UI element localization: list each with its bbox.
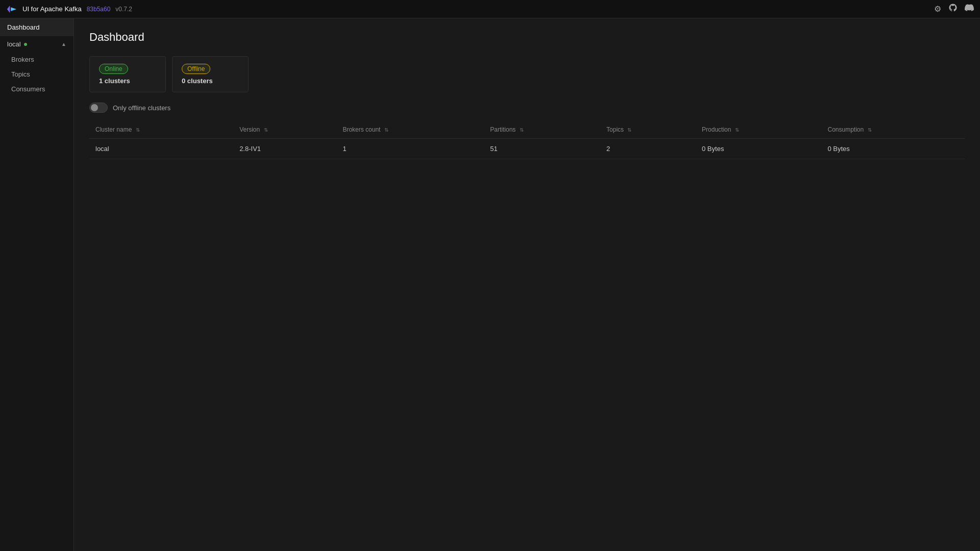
online-cluster-card: Online 1 clusters xyxy=(89,56,166,92)
sidebar-item-consumers[interactable]: Consumers xyxy=(0,82,74,96)
td-topics: 2 xyxy=(600,139,696,159)
chevron-up-icon: ▲ xyxy=(61,41,66,47)
table-body: local2.8-IV115120 Bytes0 Bytes xyxy=(89,139,965,159)
sort-partitions-icon: ⇅ xyxy=(520,127,524,133)
td-production: 0 Bytes xyxy=(696,139,821,159)
offline-cluster-count: 0 clusters xyxy=(182,77,239,85)
sidebar-cluster-header[interactable]: local ▲ xyxy=(0,36,74,52)
navbar-left: UI for Apache Kafka 83b5a60 v0.7.2 xyxy=(6,4,132,15)
cluster-status-dot xyxy=(24,43,27,46)
sort-version-icon: ⇅ xyxy=(264,127,268,133)
table-header-row: Cluster name ⇅ Version ⇅ Brokers count ⇅… xyxy=(89,121,965,139)
app-version: v0.7.2 xyxy=(115,6,132,13)
navbar-right: ⚙ xyxy=(934,3,974,15)
td-version: 2.8-IV1 xyxy=(233,139,336,159)
github-icon[interactable] xyxy=(948,3,958,15)
sidebar-item-brokers[interactable]: Brokers xyxy=(0,52,74,67)
sort-cluster-name-icon: ⇅ xyxy=(136,127,140,133)
page-title: Dashboard xyxy=(89,31,965,44)
td-cluster_name[interactable]: local xyxy=(89,139,233,159)
th-production[interactable]: Production ⇅ xyxy=(696,121,821,139)
table-row[interactable]: local2.8-IV115120 Bytes0 Bytes xyxy=(89,139,965,159)
sidebar-cluster-name: local xyxy=(7,40,27,48)
sort-consumption-icon: ⇅ xyxy=(868,127,872,133)
settings-icon[interactable]: ⚙ xyxy=(934,4,941,14)
svg-marker-0 xyxy=(7,5,10,13)
online-cluster-count: 1 clusters xyxy=(99,77,156,85)
offline-count-number: 0 xyxy=(182,77,185,85)
layout: Dashboard local ▲ Brokers Topics Consume… xyxy=(0,18,980,551)
svg-marker-1 xyxy=(11,7,16,11)
only-offline-label: Only offline clusters xyxy=(113,104,170,112)
th-partitions[interactable]: Partitions ⇅ xyxy=(484,121,600,139)
td-partitions: 51 xyxy=(484,139,600,159)
cluster-name-label: local xyxy=(7,40,21,48)
sort-topics-icon: ⇅ xyxy=(627,127,631,133)
sidebar: Dashboard local ▲ Brokers Topics Consume… xyxy=(0,18,74,551)
cluster-table: Cluster name ⇅ Version ⇅ Brokers count ⇅… xyxy=(89,121,965,159)
online-count-number: 1 xyxy=(99,77,103,85)
only-offline-toggle-row: Only offline clusters xyxy=(89,103,965,113)
app-logo-icon xyxy=(6,4,17,15)
th-version[interactable]: Version ⇅ xyxy=(233,121,336,139)
navbar: UI for Apache Kafka 83b5a60 v0.7.2 ⚙ xyxy=(0,0,980,18)
th-brokers-count[interactable]: Brokers count ⇅ xyxy=(336,121,484,139)
offline-badge: Offline xyxy=(182,64,210,74)
th-topics[interactable]: Topics ⇅ xyxy=(600,121,696,139)
online-badge: Online xyxy=(99,64,128,74)
discord-icon[interactable] xyxy=(965,3,974,15)
only-offline-toggle[interactable] xyxy=(89,103,108,113)
sort-production-icon: ⇅ xyxy=(735,127,739,133)
sort-brokers-count-icon: ⇅ xyxy=(384,127,388,133)
td-consumption: 0 Bytes xyxy=(821,139,965,159)
offline-cluster-card: Offline 0 clusters xyxy=(172,56,249,92)
table-header: Cluster name ⇅ Version ⇅ Brokers count ⇅… xyxy=(89,121,965,139)
sidebar-item-dashboard[interactable]: Dashboard xyxy=(0,18,74,36)
main-content: Dashboard Online 1 clusters Offline 0 cl… xyxy=(74,18,980,551)
cluster-cards: Online 1 clusters Offline 0 clusters xyxy=(89,56,965,92)
toggle-knob xyxy=(91,104,98,111)
sidebar-item-topics[interactable]: Topics xyxy=(0,67,74,82)
app-name: UI for Apache Kafka xyxy=(22,5,82,13)
th-cluster-name[interactable]: Cluster name ⇅ xyxy=(89,121,233,139)
th-consumption[interactable]: Consumption ⇅ xyxy=(821,121,965,139)
td-brokers_count: 1 xyxy=(336,139,484,159)
commit-hash[interactable]: 83b5a60 xyxy=(87,6,111,13)
